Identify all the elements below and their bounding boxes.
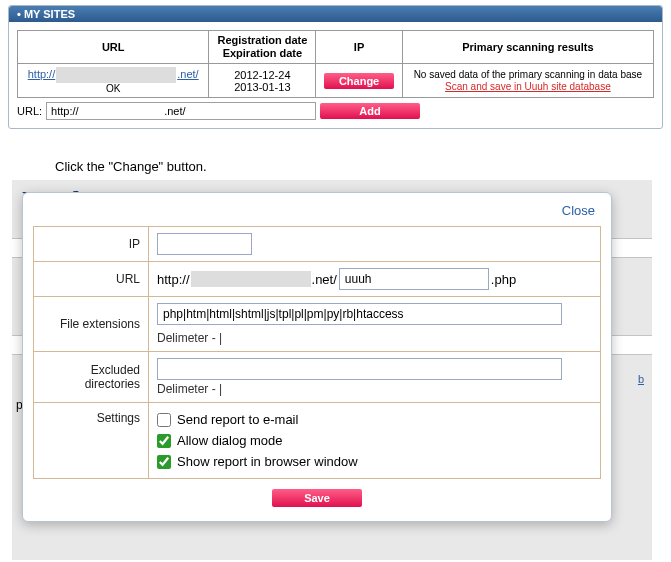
save-row: Save (33, 479, 601, 507)
cell-ip: Change (316, 64, 402, 98)
col-reg-exp: Registration date Expiration date (209, 31, 316, 64)
setting-browser-report: Show report in browser window (157, 451, 592, 472)
label-ip: IP (34, 227, 149, 262)
scan-message: No saved data of the primary scanning in… (409, 69, 647, 80)
url-path-input[interactable] (339, 268, 489, 290)
row-ext: File extensions Delimeter - | (34, 297, 601, 352)
send-report-label: Send report to e-mail (177, 412, 298, 427)
label-excl-text: Excluded directories (85, 363, 140, 391)
url-ext: .php (491, 272, 516, 287)
cell-settings: Send report to e-mail Allow dialog mode … (149, 403, 601, 479)
browser-report-label: Show report in browser window (177, 454, 358, 469)
row-ip: IP (34, 227, 601, 262)
send-report-checkbox[interactable] (157, 413, 171, 427)
panel-title: • MY SITES (9, 6, 662, 22)
col-url: URL (18, 31, 209, 64)
setting-dialog-mode: Allow dialog mode (157, 430, 592, 451)
table-row: http://.net/ OK 2012-12-24 2013-01-13 Ch… (18, 64, 654, 98)
reg-date: 2012-12-24 (234, 69, 290, 81)
cell-ip-input (149, 227, 601, 262)
save-button[interactable]: Save (272, 489, 362, 507)
instruction-text: Click the "Change" button. (55, 159, 671, 174)
ext-delimiter-note: Delimeter - | (157, 331, 592, 345)
label-url: URL (34, 262, 149, 297)
label-excl: Excluded directories (34, 352, 149, 403)
bg-link-b[interactable]: b (638, 373, 644, 385)
label-ext: File extensions (34, 297, 149, 352)
ip-input[interactable] (157, 233, 252, 255)
cell-excl: Delimeter - | (149, 352, 601, 403)
row-url: URL http://.net/.php (34, 262, 601, 297)
cell-url: http://.net/ OK (18, 64, 209, 98)
table-header-row: URL Registration date Expiration date IP… (18, 31, 654, 64)
url-host-redacted (191, 271, 311, 287)
sites-table: URL Registration date Expiration date IP… (17, 30, 654, 98)
cell-primary: No saved data of the primary scanning in… (402, 64, 653, 98)
modal-close-row: Close (33, 199, 601, 226)
cell-dates: 2012-12-24 2013-01-13 (209, 64, 316, 98)
cell-url-input: http://.net/.php (149, 262, 601, 297)
add-url-label: URL: (17, 105, 42, 117)
url-host-redacted (56, 67, 176, 83)
site-status: OK (24, 83, 202, 94)
col-reg: Registration date (217, 34, 307, 46)
add-url-input[interactable] (46, 102, 316, 120)
col-primary: Primary scanning results (402, 31, 653, 64)
row-excl: Excluded directories Delimeter - | (34, 352, 601, 403)
my-sites-panel: • MY SITES URL Registration date Expirat… (8, 5, 663, 129)
cell-ext: Delimeter - | (149, 297, 601, 352)
browser-report-checkbox[interactable] (157, 455, 171, 469)
panel-body: URL Registration date Expiration date IP… (9, 22, 662, 128)
modal-table: IP URL http://.net/.php File extensions … (33, 226, 601, 479)
col-exp: Expiration date (223, 47, 302, 59)
url-scheme: http:// (157, 272, 190, 287)
file-extensions-input[interactable] (157, 303, 562, 325)
dialog-mode-checkbox[interactable] (157, 434, 171, 448)
scan-save-link[interactable]: Scan and save in Uuuh site database (445, 81, 611, 92)
change-modal: Close IP URL http://.net/.php File exten… (22, 192, 612, 522)
site-url-link[interactable]: http://.net/ (28, 68, 199, 80)
excluded-dirs-input[interactable] (157, 358, 562, 380)
background-area: Uuuh b p Close IP URL http://.net/.php (12, 180, 652, 560)
add-url-row: URL: Add (17, 102, 654, 120)
url-tld: .net/ (312, 272, 337, 287)
exp-date: 2013-01-13 (234, 81, 290, 93)
add-button[interactable]: Add (320, 103, 420, 119)
row-settings: Settings Send report to e-mail Allow dia… (34, 403, 601, 479)
url-prefix: http:// (28, 68, 56, 80)
label-settings: Settings (34, 403, 149, 479)
url-suffix: .net/ (177, 68, 198, 80)
setting-send-report: Send report to e-mail (157, 409, 592, 430)
dialog-mode-label: Allow dialog mode (177, 433, 283, 448)
change-button[interactable]: Change (324, 73, 394, 89)
close-link[interactable]: Close (562, 203, 595, 218)
col-ip: IP (316, 31, 402, 64)
excl-delimiter-note: Delimeter - | (157, 382, 592, 396)
